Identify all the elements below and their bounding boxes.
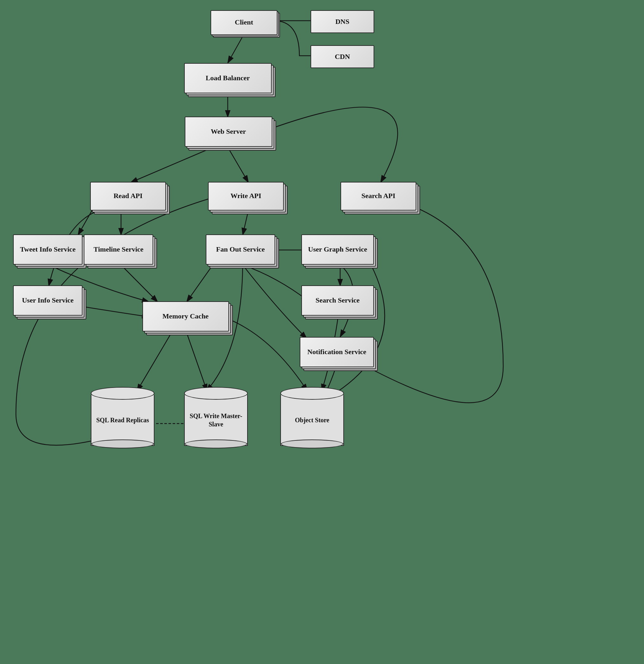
svg-line-11: [187, 265, 213, 302]
dns-node: DNS: [309, 9, 376, 35]
svg-line-5: [130, 147, 213, 183]
svg-line-14: [137, 332, 172, 391]
notification-label: Notification Service: [306, 346, 368, 358]
user-graph-label: User Graph Service: [306, 243, 369, 256]
search-api-node: Search API: [337, 179, 420, 213]
client-node: Client: [209, 9, 279, 36]
fan-out-node: Fan Out Service: [202, 232, 279, 267]
user-info-label: User Info Service: [20, 294, 75, 307]
search-service-label: Search Service: [314, 294, 361, 307]
timeline-label: Timeline Service: [92, 243, 145, 256]
svg-line-15: [186, 332, 207, 391]
object-store-node: Object Store: [280, 387, 344, 446]
client-label: Client: [233, 16, 254, 29]
read-api-node: Read API: [87, 179, 169, 213]
diagram: Client DNS CDN Load Balancer: [0, 0, 644, 664]
web-server-label: Web Server: [209, 125, 248, 138]
sql-read-label: SQL Read Replicas: [96, 417, 149, 423]
fan-out-label: Fan Out Service: [215, 243, 267, 256]
memory-cache-label: Memory Cache: [161, 310, 210, 323]
sql-write-node: SQL Write Master- Slave: [184, 387, 248, 446]
read-api-label: Read API: [112, 190, 144, 202]
load-balancer-node: Load Balancer: [180, 61, 275, 96]
memory-cache-node: Memory Cache: [139, 299, 232, 334]
user-info-node: User Info Service: [9, 283, 86, 318]
timeline-node: Timeline Service: [80, 232, 157, 267]
svg-line-13: [121, 265, 158, 302]
sql-write-label: SQL Write Master- Slave: [189, 412, 242, 428]
tweet-info-node: Tweet Info Service: [9, 232, 86, 267]
user-graph-node: User Graph Service: [298, 232, 377, 267]
search-service-node: Search Service: [298, 283, 377, 318]
write-api-node: Write API: [205, 179, 287, 213]
dns-label: DNS: [334, 16, 351, 28]
write-api-label: Write API: [229, 190, 263, 202]
cdn-label: CDN: [333, 50, 352, 63]
cdn-node: CDN: [309, 44, 376, 69]
tweet-info-label: Tweet Info Service: [19, 243, 77, 256]
object-store-label: Object Store: [295, 417, 329, 423]
search-api-label: Search API: [360, 190, 397, 202]
arrows-layer: [0, 0, 644, 664]
load-balancer-label: Load Balancer: [204, 72, 252, 84]
svg-line-6: [228, 147, 248, 183]
sql-read-node: SQL Read Replicas: [91, 387, 154, 446]
web-server-node: Web Server: [181, 114, 276, 149]
notification-node: Notification Service: [296, 334, 377, 369]
